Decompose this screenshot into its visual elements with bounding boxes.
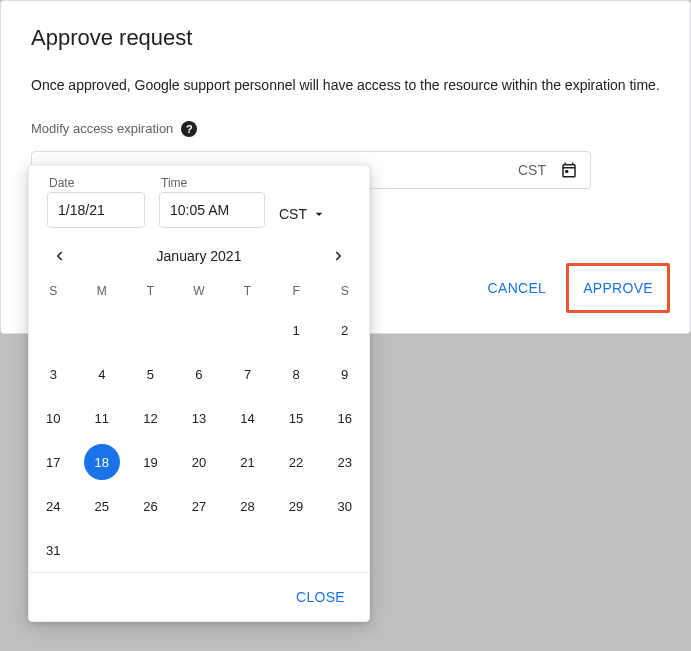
calendar-day xyxy=(175,528,224,572)
month-nav: January 2021 xyxy=(29,236,369,272)
time-label: Time xyxy=(161,176,265,190)
picker-inputs: Date Time CST xyxy=(29,166,369,236)
date-label: Date xyxy=(49,176,145,190)
approve-highlight: APPROVE xyxy=(566,263,670,313)
calendar-day xyxy=(29,308,78,352)
timezone-display: CST xyxy=(518,162,546,178)
date-input[interactable] xyxy=(47,192,145,228)
modify-expiration-label: Modify access expiration ? xyxy=(31,121,197,137)
weekday-header: M xyxy=(78,272,127,308)
calendar-icon[interactable] xyxy=(560,161,578,179)
calendar-day[interactable]: 27 xyxy=(175,484,224,528)
chevron-right-icon xyxy=(330,247,348,265)
chevron-left-icon xyxy=(50,247,68,265)
calendar-day[interactable]: 7 xyxy=(223,352,272,396)
calendar-day xyxy=(272,528,321,572)
modal-actions: CANCEL APPROVE xyxy=(476,263,670,313)
calendar-day[interactable]: 6 xyxy=(175,352,224,396)
calendar-day[interactable]: 15 xyxy=(272,396,321,440)
calendar-day[interactable]: 20 xyxy=(175,440,224,484)
weekday-header: S xyxy=(320,272,369,308)
calendar-day[interactable]: 11 xyxy=(78,396,127,440)
calendar-day[interactable]: 29 xyxy=(272,484,321,528)
help-icon[interactable]: ? xyxy=(181,121,197,137)
calendar-day[interactable]: 13 xyxy=(175,396,224,440)
calendar-day xyxy=(223,308,272,352)
calendar-day[interactable]: 10 xyxy=(29,396,78,440)
weekday-header: F xyxy=(272,272,321,308)
timezone-dropdown[interactable]: CST xyxy=(279,206,327,228)
next-month-button[interactable] xyxy=(329,246,349,266)
modal-title: Approve request xyxy=(31,25,660,51)
calendar-day[interactable]: 4 xyxy=(78,352,127,396)
calendar-day xyxy=(223,528,272,572)
calendar-day[interactable]: 18 xyxy=(78,440,127,484)
calendar-grid: SMTWTFS 12345678910111213141516171819202… xyxy=(29,272,369,572)
approve-button[interactable]: APPROVE xyxy=(569,266,667,310)
calendar-day[interactable]: 21 xyxy=(223,440,272,484)
calendar-day xyxy=(126,308,175,352)
calendar-day xyxy=(175,308,224,352)
calendar-day[interactable]: 12 xyxy=(126,396,175,440)
calendar-day[interactable]: 30 xyxy=(320,484,369,528)
modal-description: Once approved, Google support personnel … xyxy=(31,77,660,93)
calendar-day[interactable]: 31 xyxy=(29,528,78,572)
weekday-header: T xyxy=(223,272,272,308)
date-picker-popover: Date Time CST January 2021 SMTWTFS 12345… xyxy=(28,165,370,622)
picker-footer: CLOSE xyxy=(29,572,369,621)
calendar-day[interactable]: 1 xyxy=(272,308,321,352)
calendar-day xyxy=(126,528,175,572)
calendar-day[interactable]: 25 xyxy=(78,484,127,528)
calendar-day[interactable]: 28 xyxy=(223,484,272,528)
calendar-day[interactable]: 22 xyxy=(272,440,321,484)
calendar-day[interactable]: 14 xyxy=(223,396,272,440)
calendar-day[interactable]: 17 xyxy=(29,440,78,484)
cancel-button[interactable]: CANCEL xyxy=(476,272,559,304)
calendar-day xyxy=(320,528,369,572)
chevron-down-icon xyxy=(311,206,327,222)
close-button[interactable]: CLOSE xyxy=(292,581,349,613)
calendar-day[interactable]: 16 xyxy=(320,396,369,440)
calendar-day[interactable]: 8 xyxy=(272,352,321,396)
svg-rect-0 xyxy=(565,170,568,173)
weekday-header: W xyxy=(175,272,224,308)
calendar-day[interactable]: 9 xyxy=(320,352,369,396)
prev-month-button[interactable] xyxy=(49,246,69,266)
calendar-day[interactable]: 26 xyxy=(126,484,175,528)
calendar-day xyxy=(78,308,127,352)
calendar-day[interactable]: 19 xyxy=(126,440,175,484)
weekday-header: S xyxy=(29,272,78,308)
calendar-day[interactable]: 23 xyxy=(320,440,369,484)
weekday-header: T xyxy=(126,272,175,308)
calendar-day[interactable]: 2 xyxy=(320,308,369,352)
calendar-day[interactable]: 3 xyxy=(29,352,78,396)
time-field: Time xyxy=(159,176,265,228)
month-title: January 2021 xyxy=(157,248,242,264)
calendar-day[interactable]: 5 xyxy=(126,352,175,396)
time-input[interactable] xyxy=(159,192,265,228)
date-field: Date xyxy=(47,176,145,228)
calendar-day[interactable]: 24 xyxy=(29,484,78,528)
calendar-day xyxy=(78,528,127,572)
